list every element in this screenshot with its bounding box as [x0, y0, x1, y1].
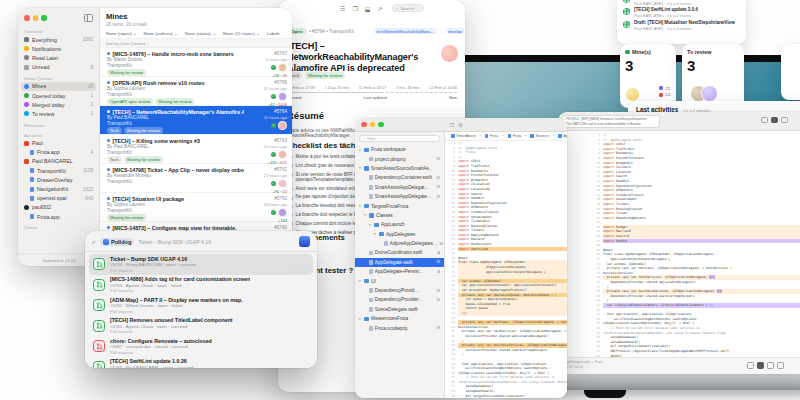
disclosure-icon[interactable]: ▾: [358, 279, 362, 283]
breadcrumb[interactable]: SmartAssist›Fruta›Fruta›Sources›AppDeleg…: [445, 132, 567, 141]
editor-tabs-icon[interactable]: ❐: [450, 122, 454, 128]
sidebar-item-fruta-app[interactable]: Fruta.app4: [21, 148, 96, 157]
filter-dropdown[interactable]: None (CI status) ⌄: [223, 31, 260, 36]
traffic-lights[interactable]: [24, 15, 47, 21]
detail-toolbar[interactable]: ☰ ❐ ⬓ ↗: [340, 5, 382, 12]
file-tree-item[interactable]: ▾AppDelegates: [355, 230, 444, 239]
pr-item-title: [MICS-14876] – Handle micro-mob zone ban…: [113, 51, 234, 57]
filter-dropdown[interactable]: None (status) ⌄: [185, 31, 216, 36]
pulldog-search-bar[interactable]: ⌕ Pulldog Ticket – Bump SDK UGAP 4.16: [85, 231, 317, 252]
file-tree-item[interactable]: DependencyContainer.swiftM: [355, 173, 444, 182]
file-tree-item[interactable]: DroneCoordinator.swiftA: [355, 248, 444, 257]
file-tree-item[interactable]: ▾Fruta workspace: [355, 145, 444, 154]
disclosure-icon[interactable]: ▾: [358, 204, 362, 208]
pulldog-result[interactable]: [TECH] Removes unused TitledLabel compon…: [89, 316, 313, 337]
sidebar-item-unread[interactable]: Unread8: [21, 63, 96, 72]
sidebar-item-mines[interactable]: Mines28: [21, 82, 96, 91]
file-tree-item[interactable]: ▾SmartAssistSourceSmartAs…: [355, 164, 444, 173]
file-tree-item[interactable]: AdjureAppDelegates…M: [355, 239, 444, 248]
columns-icon[interactable]: ❐: [352, 5, 357, 12]
pr-list-item[interactable]: [MICS-14876] – Handle micro-mob zone ban…: [100, 48, 292, 77]
file-tree-item[interactable]: AppDelegate.swiftM: [355, 258, 444, 267]
pulldog-result[interactable]: [MICS-14888] Adds tag id for card custom…: [89, 275, 313, 296]
sidebar-item-opened-today[interactable]: Opened today1: [21, 91, 96, 100]
tray-icon[interactable]: ⬓: [365, 5, 371, 12]
share-icon[interactable]: ↗: [377, 5, 382, 12]
target-branch-chip[interactable]: develop: [446, 28, 465, 34]
pr-banner[interactable]: PR 5914 · [WIP] [NEW] Introduce CarteNav…: [562, 115, 660, 128]
disclosure-icon[interactable]: ▾: [368, 223, 372, 227]
statusbar-view-icons[interactable]: [747, 362, 784, 369]
disclosure-icon[interactable]: ▾: [358, 166, 362, 170]
filter-dropdown[interactable]: None (repos) ⌄: [106, 31, 137, 36]
disclosure-icon[interactable]: ▾: [358, 317, 362, 321]
widget-to-review[interactable]: To review 3 il y a 2 minutes: [682, 44, 744, 108]
breadcrumb-item[interactable]: SmartAssist: [451, 134, 475, 138]
pulldog-result[interactable]: Ticket – Bump SDK UGAP 4.16#5744 · Rémy …: [89, 254, 313, 275]
pulldog-result[interactable]: chore: Configure Renovate – autoclosed#5…: [89, 336, 313, 357]
breadcrumb-item[interactable]: Fruta: [508, 134, 522, 138]
editor-layout-icons[interactable]: [761, 117, 788, 123]
sidebar-item-everything[interactable]: Everything3363: [21, 35, 96, 44]
sidebar-item-draweroverlay[interactable]: DrawerOverlay: [21, 175, 96, 184]
editor-left-titlebar[interactable]: ❐ ⚙: [355, 118, 567, 132]
branch-info[interactable]: tech/NetworkReachabilityManager → develo…: [374, 28, 464, 34]
labels-filter[interactable]: Labels: [267, 31, 280, 36]
sidebar-item-paul[interactable]: Paul: [21, 139, 96, 148]
filter-dropdown[interactable]: None (authors) ⌄: [144, 31, 178, 36]
widget-mine[interactable]: Mine(s) 3 2214 il y a 2 minutes: [620, 44, 676, 108]
sidebar-item-paul002[interactable]: paul002: [21, 203, 96, 212]
gear-icon[interactable]: ⚙: [458, 122, 462, 128]
search-input[interactable]: ⌕ Search: [392, 4, 424, 12]
file-tree-item[interactable]: ▾TargetsFrutaFruta: [355, 201, 444, 210]
sidebar-item-notifications[interactable]: Notifications: [21, 44, 96, 53]
pr-list-item[interactable]: [MICS-14798] Ticket – App Clip – never d…: [100, 164, 292, 193]
sidebar-item-fruta-app[interactable]: Fruta.app: [21, 212, 96, 221]
pr-list-item[interactable]: [TECH] – NetworkReachabilityManager's Al…: [100, 106, 292, 135]
code-editor-left[interactable]: 4//5// AppDelegate.swift6// Fruta7//8imp…: [445, 141, 567, 398]
notification-row[interactable]: Draft: [TECH] Mutualiser NextStepsInlane…: [617, 18, 746, 30]
file-tree-item[interactable]: ▾MesservicesFruta: [355, 314, 444, 323]
file-tree-item[interactable]: Fruta.xcodeprojM: [355, 323, 444, 332]
breadcrumb-item[interactable]: Fruta: [485, 134, 499, 138]
grid-icon: [24, 37, 29, 42]
sidebar-item-read-later[interactable]: Read Later: [21, 53, 96, 62]
file-tree-item[interactable]: project.pbxprojM: [355, 154, 444, 163]
file-tree-item[interactable]: AppDelegate+Persist…A: [355, 267, 444, 276]
file-tree-item[interactable]: SceneDelegate.swift: [355, 305, 444, 314]
source-branch-chip[interactable]: tech/NetworkReachabilityManager: [374, 28, 437, 34]
sort-bar[interactable]: Sort by Date Created ↓: [100, 38, 292, 48]
sidebar-item-navigationkit[interactable]: NavigationKit1921: [21, 184, 96, 193]
sidebar-item-merged-today[interactable]: Merged today1: [21, 100, 96, 109]
sidebar-toggle-icon[interactable]: [84, 14, 93, 22]
code-editor-right[interactable]: 4//5// AppDelegate.swift6import UIKit7im…: [558, 131, 800, 359]
back-icon[interactable]: ←: [23, 258, 27, 263]
sidebar-toggle-icon[interactable]: ☰: [340, 5, 345, 12]
file-tree-item[interactable]: ▾AppLaunch: [355, 220, 444, 229]
sidebar-item-openssl-spar[interactable]: openssl.spar843: [21, 194, 96, 203]
file-tree-item[interactable]: DependencyProvider…M: [355, 295, 444, 304]
disclosure-icon[interactable]: ▾: [358, 148, 362, 152]
editor-right-titlebar[interactable]: PR 5914 · [WIP] [NEW] Introduce CarteNav…: [558, 112, 800, 131]
file-tree-item[interactable]: ▾UI: [355, 276, 444, 285]
pulldog-result[interactable]: [TECH] SwiftLint update 1.0.26#5746 · Pa…: [89, 357, 313, 369]
file-tree-item[interactable]: SmartAssistAppDelegate…M: [355, 192, 444, 201]
traffic-lights[interactable]: [361, 122, 384, 128]
disclosure-icon[interactable]: ▾: [373, 232, 377, 236]
disclosure-icon[interactable]: ▾: [363, 213, 367, 217]
breadcrumb-item[interactable]: Sources: [530, 134, 548, 138]
pr-list-item[interactable]: [TECH] – Killing some warnings #3By Paul…: [100, 135, 292, 164]
sidebar-item-to-review[interactable]: To review1: [21, 109, 96, 118]
pr-list-item[interactable]: [TECH] Situation UI packageBy Sophie Lau…: [100, 193, 292, 222]
sidebar-item-transportkit[interactable]: TransportKit1129: [21, 166, 96, 175]
pulldog-result[interactable]: [ADM-Map] – PART II – Display new marker…: [89, 295, 313, 316]
sidebar-item-paul-bancarel[interactable]: Paul BANCAREL: [21, 157, 96, 166]
file-tree-item[interactable]: DependencyProvid…M: [355, 286, 444, 295]
file-tree-item[interactable]: SmartAssistAppDelegat…M: [355, 183, 444, 192]
notification-row[interactable]: [TECH] SwiftLint update 3.0.6Paul BANCAR…: [617, 5, 746, 17]
file-tree-item[interactable]: ▾Classes: [355, 211, 444, 220]
breadcrumb-item[interactable]: AppDelegate.swift: [558, 134, 567, 138]
pr-list-item[interactable]: [OPEN-API] Rush remove v10 routesBy Soph…: [100, 77, 292, 106]
filter-input[interactable]: ⌕ Filter: [359, 135, 440, 142]
notification-row[interactable]: [TECH] – NetworkReachabilityManager's Al…: [617, 0, 746, 5]
